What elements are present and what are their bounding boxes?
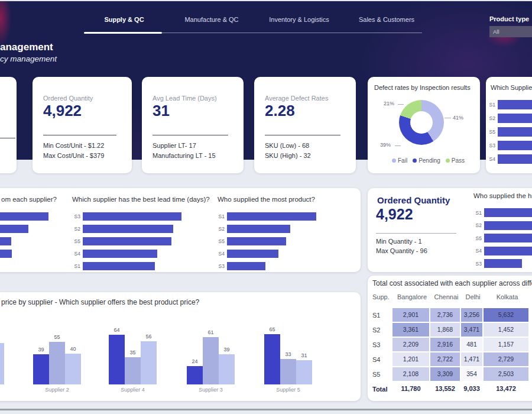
table-cell[interactable]: 1,157 xyxy=(484,338,528,351)
row-label: S2 xyxy=(372,326,392,334)
table-cell[interactable]: 3,471 xyxy=(461,323,482,337)
table-cell[interactable]: 481 xyxy=(461,338,482,351)
column-header: Kolkata xyxy=(485,293,530,300)
column-header: Delhi xyxy=(462,293,484,300)
bar[interactable] xyxy=(227,237,286,245)
legend-label: Pending xyxy=(419,157,440,164)
table-cell[interactable]: 3,256 xyxy=(461,308,482,322)
table-cell[interactable]: 1,471 xyxy=(461,352,482,366)
legend-item-fail[interactable]: Fail xyxy=(392,157,407,164)
bar[interactable] xyxy=(83,262,155,270)
table-cell[interactable]: 2,108 xyxy=(392,367,429,381)
grouped-bar[interactable] xyxy=(264,334,280,384)
kpi-card-avg-lead-time: Avg Lead Time (Days) 31 Supplier LT- 17 … xyxy=(142,77,244,173)
table-cell[interactable]: 13,552 xyxy=(430,382,460,396)
bar-category-label: S4 xyxy=(473,248,482,254)
grouped-bar[interactable] xyxy=(141,341,157,384)
table-cell[interactable]: 1,452 xyxy=(484,323,528,337)
bar-row xyxy=(0,210,48,222)
table-cell[interactable]: 5,632 xyxy=(484,308,528,322)
table-cell[interactable]: 3,309 xyxy=(430,367,460,381)
bar-category-label: S2 xyxy=(72,226,80,232)
table-cell[interactable]: 11,780 xyxy=(392,382,429,396)
table-cell[interactable]: 2,916 xyxy=(430,338,460,351)
table-cell[interactable]: 9,033 xyxy=(461,382,482,396)
table-cell[interactable]: 1,201 xyxy=(392,352,429,366)
bar[interactable] xyxy=(484,208,532,217)
bar[interactable] xyxy=(83,250,157,258)
product-type-value: All xyxy=(493,28,499,35)
table-cell[interactable]: 3,361 xyxy=(392,323,429,337)
kpi-label: Avg Lead Time (Days) xyxy=(153,95,233,102)
table-cell[interactable]: 2,209 xyxy=(392,338,429,351)
grouped-bar[interactable] xyxy=(296,360,312,384)
bar[interactable] xyxy=(498,127,532,137)
bar-row xyxy=(0,235,48,247)
legend-item-pass[interactable]: Pass xyxy=(446,157,465,164)
grouped-bar[interactable] xyxy=(49,342,65,384)
bar[interactable] xyxy=(83,225,173,233)
bar[interactable] xyxy=(484,234,532,242)
bar-category-label: S3 xyxy=(72,214,80,219)
bar-row: S3 xyxy=(216,260,316,272)
grouped-bar[interactable] xyxy=(125,357,141,384)
donut-chart-title: Defect rates by Inspection results xyxy=(374,84,471,91)
grouped-bar-cutoff[interactable] xyxy=(0,343,4,384)
tab-sales-customers[interactable]: Sales & Customers xyxy=(343,16,430,28)
table-cell[interactable]: 2,736 xyxy=(430,308,460,322)
bar-category-label: S5 xyxy=(72,238,80,244)
tab-manufacture-qc[interactable]: Manufacture & QC xyxy=(168,16,255,28)
defect-donut-chart[interactable] xyxy=(399,100,444,145)
grouped-bar[interactable] xyxy=(280,359,296,384)
tab-supply-qc[interactable]: Supply & QC xyxy=(80,16,168,28)
kpi-divider xyxy=(43,135,116,135)
kpi-divider xyxy=(153,135,228,135)
bar[interactable] xyxy=(227,250,278,258)
table-cell[interactable]: 2,722 xyxy=(430,352,460,366)
grouped-bar[interactable] xyxy=(109,335,125,384)
bar[interactable] xyxy=(0,237,11,245)
bar[interactable] xyxy=(498,114,532,123)
bar[interactable] xyxy=(0,212,48,221)
tab-inventory-logistics[interactable]: Inventory & Logistics xyxy=(255,16,343,28)
legend-item-pending[interactable]: Pending xyxy=(413,157,440,164)
grouped-bar[interactable] xyxy=(219,354,235,384)
table-row: S23,3611,8683,4711,452 xyxy=(372,322,530,337)
kpi-detail-line: SKU (Low) - 68 xyxy=(265,141,345,151)
grouped-bar[interactable] xyxy=(65,354,81,384)
legend-dot xyxy=(446,159,450,163)
quantity-detail-line: Max Quantity - 96 xyxy=(376,247,427,254)
grouped-bar[interactable] xyxy=(187,366,203,384)
table-cell[interactable]: 2,729 xyxy=(484,352,528,366)
bar[interactable] xyxy=(498,100,532,109)
bar[interactable] xyxy=(498,154,532,164)
bar[interactable] xyxy=(227,262,265,270)
price-chart-title: price by supplier - Which supplier offer… xyxy=(1,298,199,306)
legend-dot xyxy=(392,159,396,163)
bar[interactable] xyxy=(0,225,28,233)
bar-category-label: S1 xyxy=(473,210,482,216)
table-cell[interactable]: 2,503 xyxy=(484,367,528,381)
product-type-dropdown[interactable]: All xyxy=(489,26,532,37)
bar[interactable] xyxy=(83,212,181,221)
table-cell[interactable]: 13,472 xyxy=(484,382,528,396)
bar[interactable] xyxy=(484,221,532,230)
table-cell[interactable]: 2,901 xyxy=(392,308,429,322)
bar[interactable] xyxy=(0,250,12,258)
grouped-bar[interactable] xyxy=(33,354,49,384)
bar-category-label: S4 xyxy=(72,251,80,257)
bar[interactable] xyxy=(498,141,532,150)
bar[interactable] xyxy=(484,259,522,268)
bar-row: S1 xyxy=(487,98,532,111)
kpi-detail-line: Max Cost/Unit - $379 xyxy=(43,151,121,161)
table-cell[interactable]: 354 xyxy=(461,367,482,381)
table-cell[interactable]: 1,868 xyxy=(430,323,460,337)
grouped-bar[interactable] xyxy=(203,337,219,384)
lead-time-chart-title: Which supplier has the best lead time (d… xyxy=(72,196,210,203)
tab-underline xyxy=(162,33,422,33)
donut-leader-line xyxy=(445,118,451,118)
bar[interactable] xyxy=(227,212,316,221)
bar[interactable] xyxy=(484,247,532,255)
bar[interactable] xyxy=(227,225,290,233)
bar[interactable] xyxy=(83,237,171,245)
